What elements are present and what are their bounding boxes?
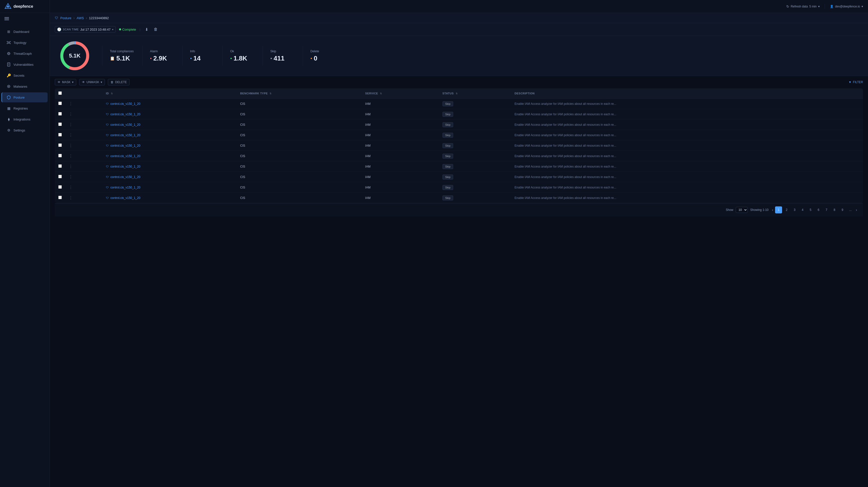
sidebar-item-posture[interactable]: Posture xyxy=(1,92,48,102)
page-9-button[interactable]: 9 xyxy=(839,206,846,214)
id-sort-icon[interactable]: ⇅ xyxy=(111,92,113,95)
th-menu xyxy=(65,88,102,99)
ok-label: Ok xyxy=(230,50,255,53)
delete-action-button[interactable]: 🗑 DELETE xyxy=(108,79,129,86)
row-id-link-5[interactable]: control.cis_v150_1_20 xyxy=(111,154,140,158)
row-id-link-3[interactable]: control.cis_v150_1_20 xyxy=(111,133,140,137)
page-3-button[interactable]: 3 xyxy=(791,206,798,214)
stats-divider-4 xyxy=(222,46,223,66)
row-id-link-1[interactable]: control.cis_v150_1_20 xyxy=(111,112,140,116)
page-7-button[interactable]: 7 xyxy=(823,206,830,214)
benchmark-sort-icon[interactable]: ⇅ xyxy=(270,92,272,95)
row-checkbox-9[interactable] xyxy=(58,196,62,199)
row-shield-icon-8: 🛡 xyxy=(106,186,108,189)
page-6-button[interactable]: 6 xyxy=(815,206,822,214)
row-id-link-2[interactable]: control.cis_v150_1_20 xyxy=(111,123,140,127)
show-select[interactable]: 10 25 50 xyxy=(736,207,748,213)
th-benchmark: BENCHMARK TYPE ⇅ xyxy=(237,88,362,99)
sidebar-item-integrations[interactable]: ⧫ Integrations xyxy=(2,114,48,124)
refresh-button[interactable]: ↻ Refresh data 5 min ▾ xyxy=(786,4,820,8)
row-id-link-4[interactable]: control.cis_v150_1_20 xyxy=(111,144,140,148)
sidebar-item-registries[interactable]: ▦ Registries xyxy=(2,103,48,113)
row-status-3: Skip xyxy=(439,130,511,140)
sidebar-item-label: Settings xyxy=(13,128,25,132)
row-checkbox-3[interactable] xyxy=(58,133,62,136)
row-id-link-8[interactable]: control.cis_v150_1_20 xyxy=(111,186,140,189)
breadcrumb-posture[interactable]: Posture xyxy=(60,16,71,20)
ok-dot: ● xyxy=(230,57,232,60)
page-2-button[interactable]: 2 xyxy=(783,206,790,214)
row-menu-dots-7[interactable]: ⋮ xyxy=(69,175,73,179)
delete-scan-button[interactable]: 🗑 xyxy=(153,27,159,32)
row-status-badge-6: Skip xyxy=(442,164,453,169)
clipboard-icon: 📋 xyxy=(110,56,115,61)
row-checkbox-7[interactable] xyxy=(58,175,62,178)
row-checkbox-cell-2 xyxy=(55,120,65,130)
stats-row: 5.1K Total compliances 📋 5.1K Alarm ● 2.… xyxy=(50,36,868,76)
select-all-checkbox[interactable] xyxy=(58,91,62,95)
sidebar-item-settings[interactable]: ⚙ Settings xyxy=(2,125,48,135)
row-menu-dots-3[interactable]: ⋮ xyxy=(69,133,73,137)
breadcrumb: 🛡 Posture › AWS › 12233440892 xyxy=(50,13,868,23)
row-checkbox-2[interactable] xyxy=(58,123,62,126)
row-menu-dots-9[interactable]: ⋮ xyxy=(69,196,73,200)
page-8-button[interactable]: 8 xyxy=(831,206,838,214)
page-5-button[interactable]: 5 xyxy=(807,206,814,214)
row-checkbox-cell-4 xyxy=(55,140,65,151)
delete-value: ● 0 xyxy=(310,55,335,62)
mask-button[interactable]: 👁 MASK ▾ xyxy=(55,79,76,86)
row-id-link-9[interactable]: control.cis_v150_1_20 xyxy=(111,196,140,200)
page-1-button[interactable]: 1 xyxy=(775,206,782,214)
sidebar-item-topology[interactable]: Topology xyxy=(2,38,48,47)
row-menu-dots-2[interactable]: ⋮ xyxy=(69,123,73,127)
settings-icon: ⚙ xyxy=(6,128,11,132)
row-checkbox-1[interactable] xyxy=(58,112,62,116)
row-menu-dots-4[interactable]: ⋮ xyxy=(69,143,73,148)
mask-icon: 👁 xyxy=(58,80,61,84)
row-checkbox-5[interactable] xyxy=(58,154,62,157)
row-menu-dots-1[interactable]: ⋮ xyxy=(69,112,73,116)
status-sort-icon[interactable]: ⇅ xyxy=(456,92,458,95)
sidebar-item-malwares[interactable]: Malwares xyxy=(2,82,48,91)
row-status-4: Skip xyxy=(439,140,511,151)
svg-point-19 xyxy=(8,86,9,87)
row-desc-text-3: Enable IAM Access analyzer for IAM polic… xyxy=(515,133,616,137)
next-page-button[interactable]: › xyxy=(855,208,858,212)
row-checkbox-8[interactable] xyxy=(58,185,62,189)
row-menu-dots-6[interactable]: ⋮ xyxy=(69,164,73,168)
scan-time-label: SCAN TIME xyxy=(63,28,79,31)
skip-value: ● 411 xyxy=(270,55,295,62)
hamburger-button[interactable] xyxy=(0,13,50,24)
table-row: ⋮ 🛡 control.cis_v150_1_20 CIS IAM Skip E… xyxy=(55,151,863,161)
row-service-4: IAM xyxy=(362,140,439,151)
mask-label: MASK xyxy=(62,80,70,84)
user-menu-button[interactable]: 👤 dev@deepfence.io ▾ xyxy=(830,5,863,8)
row-status-badge-2: Skip xyxy=(442,122,453,127)
sidebar-item-secrets[interactable]: 🔑 Secrets xyxy=(2,70,48,80)
row-checkbox-cell-5 xyxy=(55,151,65,161)
row-id-link-7[interactable]: control.cis_v150_1_20 xyxy=(111,175,140,179)
page-4-button[interactable]: 4 xyxy=(799,206,806,214)
row-id-link-6[interactable]: control.cis_v150_1_20 xyxy=(111,165,140,168)
row-benchmark-9: CIS xyxy=(237,193,362,203)
svg-line-9 xyxy=(7,43,8,43)
row-checkbox-6[interactable] xyxy=(58,164,62,168)
breadcrumb-aws[interactable]: AWS xyxy=(76,16,84,20)
scan-time-dropdown[interactable]: 🕐 SCAN TIME Jul 17 2023 10:48:47 ▾ xyxy=(55,26,116,33)
row-checkbox-4[interactable] xyxy=(58,143,62,147)
row-service-1: IAM xyxy=(362,109,439,120)
sidebar-item-dashboard[interactable]: ⊞ Dashboard xyxy=(2,27,48,37)
row-menu-dots-5[interactable]: ⋮ xyxy=(69,154,73,158)
unmask-button[interactable]: 👁 UNMASK ▾ xyxy=(79,79,105,86)
prev-page-button[interactable]: ‹ xyxy=(771,208,774,212)
row-checkbox-cell-7 xyxy=(55,172,65,182)
row-checkbox-0[interactable] xyxy=(58,102,62,105)
row-id-link-0[interactable]: control.cis_v150_1_20 xyxy=(111,102,140,105)
sidebar-item-threatgraph[interactable]: ThreatGraph xyxy=(2,48,48,59)
row-menu-dots-0[interactable]: ⋮ xyxy=(69,102,73,106)
row-menu-dots-8[interactable]: ⋮ xyxy=(69,185,73,190)
filter-button[interactable]: ▼ FILTER xyxy=(848,80,863,84)
service-sort-icon[interactable]: ⇅ xyxy=(380,92,382,95)
sidebar-item-vulnerabilities[interactable]: Vulnerabilities xyxy=(2,60,48,69)
download-button[interactable]: ⬇ xyxy=(144,27,149,32)
